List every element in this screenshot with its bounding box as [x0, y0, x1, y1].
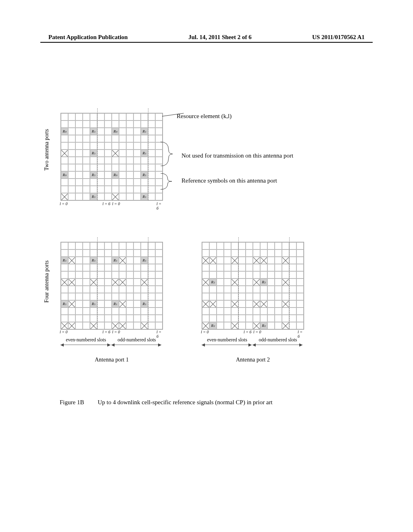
- grid-cell: [126, 257, 133, 264]
- grid-cell: [75, 286, 83, 293]
- grid-cell: [253, 308, 260, 315]
- grid-cell: [155, 286, 163, 293]
- grid-cell: [119, 164, 126, 171]
- grid-cell: [75, 271, 83, 278]
- grid-cell: [97, 293, 104, 300]
- grid-cell: [133, 271, 141, 278]
- grid-cell: [119, 113, 126, 121]
- grid-cell: [90, 157, 97, 164]
- grid-cell: [289, 286, 296, 293]
- grid-cell: [155, 293, 163, 300]
- grid-cell: [224, 322, 231, 329]
- grid-cell: [231, 278, 238, 286]
- grid-cell: [267, 300, 275, 308]
- grid-cell: [224, 278, 231, 286]
- grid-cell: [133, 121, 141, 128]
- grid-cell: [119, 308, 126, 315]
- grid-cell: [126, 135, 133, 142]
- grid-cell: R₂: [260, 278, 267, 286]
- grid-cell: [217, 278, 224, 286]
- grid-cell: [119, 322, 126, 329]
- grid-cell: [75, 249, 83, 257]
- grid-cell: [282, 322, 289, 329]
- grid-cell: [217, 300, 224, 308]
- grid-cell: [90, 249, 97, 257]
- grid-cell: [148, 264, 155, 271]
- grid-cell: [104, 128, 112, 135]
- grid-cell: [282, 286, 289, 293]
- grid-cell: [238, 293, 246, 300]
- grid-cell: [133, 171, 141, 179]
- grid-cell: [289, 242, 296, 249]
- grid-cell: [119, 300, 126, 308]
- grid-cell: [83, 242, 90, 249]
- grid-cell: [289, 315, 296, 322]
- grid-cell: [202, 278, 209, 286]
- grid-cell: [90, 164, 97, 171]
- grid-cell: [209, 242, 217, 249]
- grid-cell: [217, 293, 224, 300]
- grid-cell: [126, 150, 133, 157]
- grid-cell: [148, 308, 155, 315]
- grid-cell: [97, 278, 104, 286]
- grid-cell: [104, 113, 112, 121]
- grid-cell: [238, 242, 246, 249]
- grid-cell: [119, 257, 126, 264]
- grid-cell: [97, 286, 104, 293]
- grid-cell: [126, 278, 133, 286]
- grid-cell: [75, 315, 83, 322]
- grid-cell: [275, 315, 282, 322]
- grid-cell: [90, 286, 97, 293]
- grid-cell: [90, 121, 97, 128]
- grid-cell: R₁: [112, 300, 119, 308]
- grid-cell: [104, 157, 112, 164]
- grid-cell: [104, 271, 112, 278]
- grid-cell: [104, 293, 112, 300]
- grid-cell: [126, 249, 133, 257]
- grid-cell: [155, 315, 163, 322]
- grid-cell: [246, 300, 253, 308]
- grid-cell: R₁: [90, 300, 97, 308]
- grid-cell: [267, 315, 275, 322]
- grid-cell: [133, 135, 141, 142]
- grid-cell: [231, 242, 238, 249]
- grid-cell: [148, 300, 155, 308]
- grid-cell: [148, 322, 155, 329]
- grid-cell: [148, 179, 155, 186]
- grid-cell: [83, 135, 90, 142]
- grid-cell: [267, 286, 275, 293]
- grid-cell: [133, 186, 141, 193]
- grid-cell: [61, 264, 68, 271]
- grid-cell: [238, 249, 246, 257]
- grid-cell: [238, 278, 246, 286]
- grid-cell: [83, 271, 90, 278]
- grid-cell: [296, 315, 304, 322]
- grid-cell: [75, 179, 83, 186]
- grid-cell: [202, 271, 209, 278]
- grid-cell: [104, 242, 112, 249]
- grid-cell: [289, 308, 296, 315]
- grid-cell: [267, 271, 275, 278]
- grid-cell: [133, 164, 141, 171]
- grid-cell: [97, 164, 104, 171]
- grid-cell: [119, 121, 126, 128]
- grid-cell: [126, 271, 133, 278]
- grid-cell: [75, 186, 83, 193]
- grid-cell: [260, 249, 267, 257]
- grid-cell: [126, 179, 133, 186]
- grid-cell: [126, 322, 133, 329]
- grid-cell: [61, 150, 68, 157]
- grid-cell: [253, 242, 260, 249]
- grid-cell: [133, 308, 141, 315]
- grid-cell: R₂: [260, 322, 267, 329]
- grid-cell: [282, 249, 289, 257]
- grid-cell: [155, 193, 163, 200]
- annotation-resource-element: Resource element (k,l): [177, 113, 232, 120]
- grid-cell: [97, 142, 104, 150]
- grid-cell: [289, 300, 296, 308]
- grid-cell: [126, 157, 133, 164]
- grid-cell: [148, 186, 155, 193]
- grid-cell: [104, 142, 112, 150]
- grid-cell: [112, 322, 119, 329]
- grid-cell: [112, 186, 119, 193]
